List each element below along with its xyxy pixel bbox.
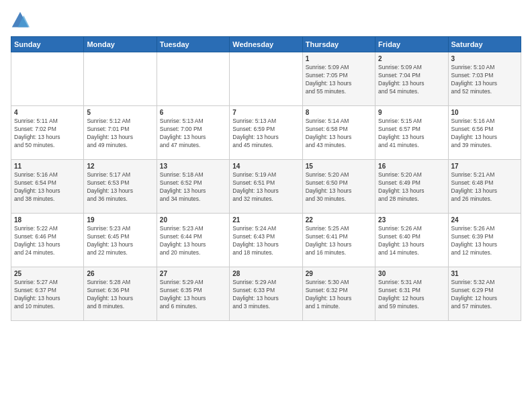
day-info: Sunrise: 5:25 AM Sunset: 6:41 PM Dayligh…: [306, 225, 372, 257]
calendar-cell: 14Sunrise: 5:19 AM Sunset: 6:51 PM Dayli…: [230, 160, 302, 214]
calendar-cell: 26Sunrise: 5:28 AM Sunset: 6:36 PM Dayli…: [84, 267, 157, 321]
calendar-cell: 27Sunrise: 5:29 AM Sunset: 6:35 PM Dayli…: [157, 267, 229, 321]
day-info: Sunrise: 5:26 AM Sunset: 6:39 PM Dayligh…: [451, 225, 518, 257]
calendar-cell: 18Sunrise: 5:22 AM Sunset: 6:46 PM Dayli…: [11, 214, 84, 267]
day-number: 5: [87, 109, 153, 116]
day-number: 17: [451, 163, 518, 170]
calendar-table: SundayMondayTuesdayWednesdayThursdayFrid…: [11, 36, 521, 321]
day-info: Sunrise: 5:19 AM Sunset: 6:51 PM Dayligh…: [232, 171, 299, 203]
day-info: Sunrise: 5:30 AM Sunset: 6:32 PM Dayligh…: [306, 279, 372, 311]
calendar-cell: 6Sunrise: 5:13 AM Sunset: 7:00 PM Daylig…: [157, 106, 229, 160]
calendar-cell: [157, 52, 229, 106]
day-number: 20: [160, 216, 226, 224]
calendar-cell: 30Sunrise: 5:31 AM Sunset: 6:31 PM Dayli…: [375, 267, 448, 321]
day-number: 7: [232, 109, 299, 116]
calendar-cell: 2Sunrise: 5:09 AM Sunset: 7:04 PM Daylig…: [375, 52, 448, 106]
calendar-cell: 28Sunrise: 5:29 AM Sunset: 6:33 PM Dayli…: [230, 267, 302, 321]
day-info: Sunrise: 5:20 AM Sunset: 6:50 PM Dayligh…: [306, 171, 372, 203]
calendar-week-row: 4Sunrise: 5:11 AM Sunset: 7:02 PM Daylig…: [11, 106, 521, 160]
day-number: 27: [160, 270, 226, 277]
calendar-cell: 23Sunrise: 5:26 AM Sunset: 6:40 PM Dayli…: [375, 214, 448, 267]
header: [11, 11, 521, 30]
day-info: Sunrise: 5:22 AM Sunset: 6:46 PM Dayligh…: [14, 225, 81, 257]
day-info: Sunrise: 5:24 AM Sunset: 6:43 PM Dayligh…: [232, 225, 299, 257]
day-number: 14: [232, 163, 299, 170]
calendar-cell: 11Sunrise: 5:16 AM Sunset: 6:54 PM Dayli…: [11, 160, 84, 214]
day-number: 21: [232, 216, 299, 224]
day-number: 26: [87, 270, 153, 277]
calendar-cell: 16Sunrise: 5:20 AM Sunset: 6:49 PM Dayli…: [375, 160, 448, 214]
day-info: Sunrise: 5:13 AM Sunset: 6:59 PM Dayligh…: [232, 118, 299, 150]
day-number: 23: [378, 216, 445, 224]
day-number: 24: [451, 216, 518, 224]
day-number: 19: [87, 216, 153, 224]
day-number: 3: [451, 55, 518, 62]
logo-icon: [11, 11, 30, 30]
day-number: 18: [14, 216, 81, 224]
day-info: Sunrise: 5:11 AM Sunset: 7:02 PM Dayligh…: [14, 118, 81, 150]
weekday-header: Friday: [375, 37, 448, 52]
day-info: Sunrise: 5:14 AM Sunset: 6:58 PM Dayligh…: [306, 118, 372, 150]
day-number: 8: [306, 109, 372, 116]
day-info: Sunrise: 5:13 AM Sunset: 7:00 PM Dayligh…: [160, 118, 226, 150]
day-number: 22: [306, 216, 372, 224]
day-number: 31: [451, 270, 518, 277]
calendar-cell: 20Sunrise: 5:23 AM Sunset: 6:44 PM Dayli…: [157, 214, 229, 267]
calendar-week-row: 25Sunrise: 5:27 AM Sunset: 6:37 PM Dayli…: [11, 267, 521, 321]
day-info: Sunrise: 5:16 AM Sunset: 6:56 PM Dayligh…: [451, 118, 518, 150]
day-info: Sunrise: 5:15 AM Sunset: 6:57 PM Dayligh…: [378, 118, 445, 150]
day-number: 28: [232, 270, 299, 277]
day-info: Sunrise: 5:29 AM Sunset: 6:35 PM Dayligh…: [160, 279, 226, 311]
calendar-cell: 24Sunrise: 5:26 AM Sunset: 6:39 PM Dayli…: [448, 214, 521, 267]
calendar-cell: 12Sunrise: 5:17 AM Sunset: 6:53 PM Dayli…: [84, 160, 157, 214]
calendar-cell: [84, 52, 157, 106]
day-number: 30: [378, 270, 445, 277]
day-number: 10: [451, 109, 518, 116]
calendar-cell: [11, 52, 84, 106]
calendar-cell: 31Sunrise: 5:32 AM Sunset: 6:29 PM Dayli…: [448, 267, 521, 321]
day-number: 16: [378, 163, 445, 170]
calendar-cell: 29Sunrise: 5:30 AM Sunset: 6:32 PM Dayli…: [302, 267, 375, 321]
day-number: 12: [87, 163, 153, 170]
day-info: Sunrise: 5:31 AM Sunset: 6:31 PM Dayligh…: [378, 279, 445, 311]
weekday-header: Monday: [84, 37, 157, 52]
day-info: Sunrise: 5:09 AM Sunset: 7:04 PM Dayligh…: [378, 64, 445, 96]
day-info: Sunrise: 5:28 AM Sunset: 6:36 PM Dayligh…: [87, 279, 153, 311]
day-info: Sunrise: 5:10 AM Sunset: 7:03 PM Dayligh…: [451, 64, 518, 96]
calendar-cell: [230, 52, 302, 106]
day-info: Sunrise: 5:17 AM Sunset: 6:53 PM Dayligh…: [87, 171, 153, 203]
day-info: Sunrise: 5:18 AM Sunset: 6:52 PM Dayligh…: [160, 171, 226, 203]
weekday-header-row: SundayMondayTuesdayWednesdayThursdayFrid…: [11, 37, 521, 52]
calendar-cell: 25Sunrise: 5:27 AM Sunset: 6:37 PM Dayli…: [11, 267, 84, 321]
day-info: Sunrise: 5:23 AM Sunset: 6:44 PM Dayligh…: [160, 225, 226, 257]
calendar-cell: 19Sunrise: 5:23 AM Sunset: 6:45 PM Dayli…: [84, 214, 157, 267]
day-number: 13: [160, 163, 226, 170]
day-number: 2: [378, 55, 445, 62]
day-info: Sunrise: 5:20 AM Sunset: 6:49 PM Dayligh…: [378, 171, 445, 203]
calendar-cell: 21Sunrise: 5:24 AM Sunset: 6:43 PM Dayli…: [230, 214, 302, 267]
day-info: Sunrise: 5:32 AM Sunset: 6:29 PM Dayligh…: [451, 279, 518, 311]
calendar-cell: 3Sunrise: 5:10 AM Sunset: 7:03 PM Daylig…: [448, 52, 521, 106]
weekday-header: Thursday: [302, 37, 375, 52]
weekday-header: Wednesday: [230, 37, 302, 52]
day-info: Sunrise: 5:26 AM Sunset: 6:40 PM Dayligh…: [378, 225, 445, 257]
day-number: 1: [306, 55, 372, 62]
calendar-cell: 10Sunrise: 5:16 AM Sunset: 6:56 PM Dayli…: [448, 106, 521, 160]
day-info: Sunrise: 5:09 AM Sunset: 7:05 PM Dayligh…: [306, 64, 372, 96]
day-info: Sunrise: 5:29 AM Sunset: 6:33 PM Dayligh…: [232, 279, 299, 311]
weekday-header: Tuesday: [157, 37, 229, 52]
day-info: Sunrise: 5:27 AM Sunset: 6:37 PM Dayligh…: [14, 279, 81, 311]
day-number: 15: [306, 163, 372, 170]
day-number: 6: [160, 109, 226, 116]
day-info: Sunrise: 5:12 AM Sunset: 7:01 PM Dayligh…: [87, 118, 153, 150]
calendar-cell: 4Sunrise: 5:11 AM Sunset: 7:02 PM Daylig…: [11, 106, 84, 160]
calendar-cell: 9Sunrise: 5:15 AM Sunset: 6:57 PM Daylig…: [375, 106, 448, 160]
calendar-week-row: 1Sunrise: 5:09 AM Sunset: 7:05 PM Daylig…: [11, 52, 521, 106]
day-info: Sunrise: 5:21 AM Sunset: 6:48 PM Dayligh…: [451, 171, 518, 203]
calendar-cell: 17Sunrise: 5:21 AM Sunset: 6:48 PM Dayli…: [448, 160, 521, 214]
day-number: 25: [14, 270, 81, 277]
calendar-cell: 7Sunrise: 5:13 AM Sunset: 6:59 PM Daylig…: [230, 106, 302, 160]
calendar-cell: 22Sunrise: 5:25 AM Sunset: 6:41 PM Dayli…: [302, 214, 375, 267]
day-info: Sunrise: 5:16 AM Sunset: 6:54 PM Dayligh…: [14, 171, 81, 203]
weekday-header: Saturday: [448, 37, 521, 52]
